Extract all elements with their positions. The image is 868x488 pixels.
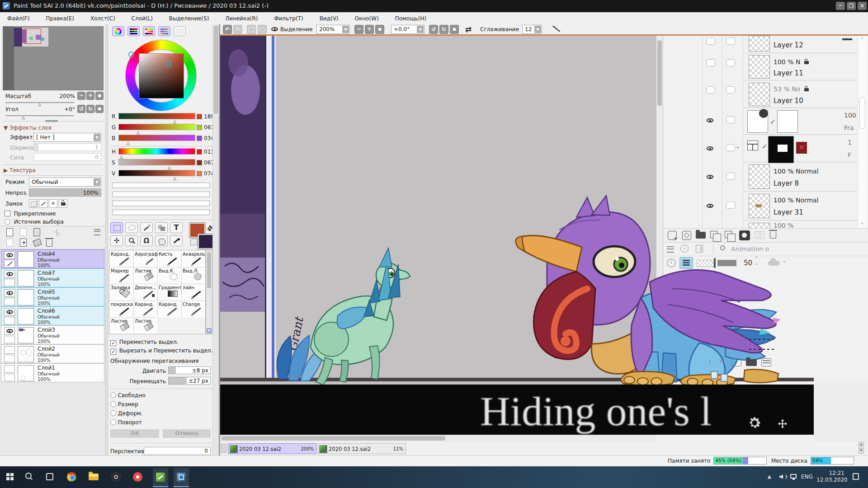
custom-slider-slot[interactable] [112,201,210,206]
trash-icon[interactable] [770,232,776,239]
custom-slider-slot[interactable] [112,192,210,197]
menu-layer[interactable]: Слой(L) [123,15,161,22]
toolbar-zoom-in[interactable]: + [365,25,374,34]
doc-tab[interactable]: 2020 03 12.sai2 11% [317,443,406,454]
new-folder-icon[interactable] [696,232,706,239]
hamburger-icon[interactable] [667,246,674,253]
tiny-scroll-down[interactable]: ▼ [859,448,864,454]
cancel-button[interactable]: Отмена [163,429,211,438]
overlay-checkbox[interactable] [726,38,735,45]
duplicate-icon[interactable] [725,231,732,238]
layer-visibility-icon[interactable] [6,291,13,295]
delete-layer-button[interactable] [46,240,52,247]
camera-icon[interactable] [755,231,764,239]
onion-skin-button[interactable] [679,257,693,269]
g-slider[interactable] [118,124,195,130]
radio-rotate-row[interactable]: Поворот [110,419,142,426]
search-text[interactable]: Animation o [731,245,769,253]
panel-icon[interactable] [696,245,703,253]
rotate-cw-button[interactable]: ↻ [86,105,94,113]
clock[interactable]: 12:21 12.03.2020 [816,470,844,483]
deselect-button[interactable] [247,25,256,34]
opacity-mini-slider[interactable] [697,260,714,267]
overlay-checkbox[interactable] [726,59,735,66]
opacity-bar[interactable]: 100% [29,188,101,197]
new-layer-icon[interactable]: + [668,231,677,240]
canvas-viewport[interactable] [220,36,656,435]
layer-thumbnail[interactable] [18,251,34,267]
zoom-tool[interactable] [125,235,138,246]
grid-icon[interactable] [747,141,758,150]
layer-row[interactable]: Слой7 Обычный 100% [1,268,104,287]
move-selection-checkbox-row[interactable]: ✓ Переместить выдел. [110,339,179,346]
brush-change[interactable]: Change [181,300,205,318]
new-folder-button[interactable] [33,228,40,236]
overlay-checkbox[interactable] [726,86,735,94]
rotate-reset-button[interactable]: ▪ [95,105,104,113]
brush-empty[interactable] [181,317,205,334]
overlay-checkbox[interactable] [726,202,735,209]
select-rect-tool[interactable] [110,222,123,233]
menu-edit[interactable]: Правка(E) [38,15,82,22]
menu-help[interactable]: Помощь(H) [387,15,435,22]
layer-effects-header[interactable]: ▼ Эффекты слоя [4,125,52,131]
mode-dropdown[interactable]: Обычный ▼ [29,178,101,187]
maximize-button[interactable]: ❒ [847,2,856,10]
effect-width-bar[interactable]: 1 [33,143,101,151]
transform-button[interactable] [53,229,61,236]
zoom-reset-button[interactable]: ▪ [95,92,104,100]
overlay-checkbox[interactable] [726,173,735,180]
tab-scroll-button[interactable] [221,444,226,453]
volume-icon[interactable] [779,474,783,479]
timer-icon[interactable] [667,258,676,267]
onion-slider-fill[interactable] [717,260,736,266]
overlay-layer-thumbnail[interactable] [749,194,770,218]
pan-move-icon[interactable] [776,418,789,431]
color-wheel-tab[interactable] [112,26,124,36]
drag-translate-bar[interactable]: ±27 px [168,377,211,385]
navigator-preview[interactable] [3,26,104,90]
clip-checkbox[interactable] [5,211,10,216]
flip-icon[interactable]: ⇄ [465,25,472,34]
navigator-view-rect[interactable] [24,28,41,44]
brush-binary[interactable]: Двоичн... [133,284,158,301]
menu-ruler[interactable]: Линейка(R) [217,15,266,22]
brush-grid-scrollbar[interactable]: ▼ [206,250,212,334]
secondary-color-swatch[interactable] [198,234,214,249]
brush-empty[interactable] [157,317,182,334]
move-selection-checkbox[interactable]: ✓ [110,340,116,346]
overlay-eye-icon[interactable] [707,146,713,150]
layer-visibility-icon[interactable] [6,253,13,257]
effect-dropdown-arrow[interactable]: ▼ [94,134,100,141]
texture-header[interactable]: ▶ Текстура [4,167,36,174]
scale-slider-marker[interactable]: △ [38,103,41,106]
overlay-checkbox[interactable] [706,86,715,94]
overlay-checkbox[interactable] [706,38,715,45]
smoothing-dropdown-arrow[interactable]: ▼ [534,26,541,33]
lock-alpha-button[interactable] [29,199,38,208]
overlay-layer-title[interactable]: Layer 12 [774,41,803,49]
radio-deform[interactable] [110,410,116,416]
radio-free[interactable] [110,392,116,398]
brush-selection-pen[interactable]: Выд.К. [157,267,182,284]
brush-paint[interactable]: покраска [109,300,134,318]
overlay-checkbox[interactable] [726,144,735,151]
toolbar-rotate-cw[interactable]: ↻ [439,25,448,34]
radio-free-row[interactable]: Свободно [110,392,146,399]
lock-all-button[interactable] [59,199,67,208]
brush-pencil[interactable]: Каранд. [109,250,134,267]
custom-slider-slot[interactable] [112,183,210,188]
toolbar-zoom-reset[interactable]: ▪ [375,25,384,34]
angle-slider[interactable] [5,115,74,116]
language-indicator[interactable]: ENG [801,474,813,480]
overlay-layer-thumbnail[interactable] [749,36,770,52]
overlay-scrollbar[interactable]: ⌃ ⌄ [858,36,867,228]
menu-selection[interactable]: Выделение(S) [161,15,217,22]
layer-row-selected[interactable]: Слой4 Обычный 100% [1,249,104,268]
brush-gradient[interactable]: Градиент [157,284,182,301]
scroll-down-button[interactable]: ▼ [207,328,212,333]
overlay-layer-thumbnail[interactable] [749,164,770,189]
cut-move-selection-checkbox[interactable]: ✓ [110,349,116,355]
hand-tool[interactable] [155,235,168,246]
canvas-zoom-dropdown[interactable]: 200% ▼ [316,25,350,34]
